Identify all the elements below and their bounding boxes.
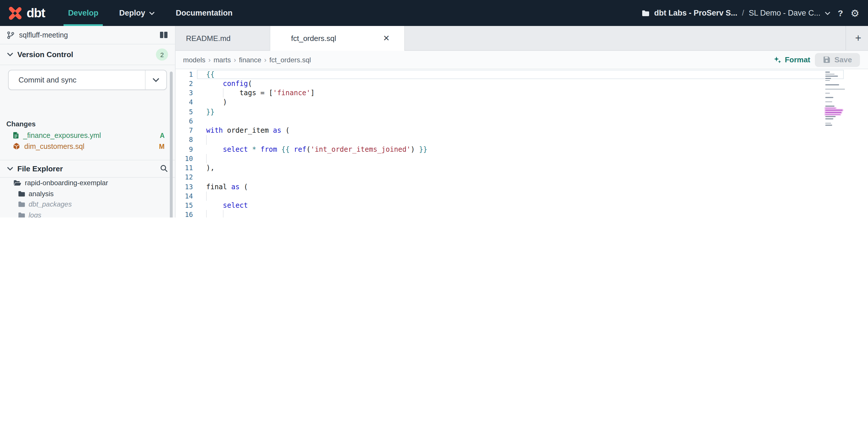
line-number: 1 — [175, 69, 193, 79]
tree-item-dbt_packages[interactable]: dbt_packages — [0, 199, 175, 210]
account-name: dbt Labs - ProServ S... — [654, 9, 737, 17]
nav-item-documentation[interactable]: Documentation — [176, 0, 233, 26]
dbt-logo-icon — [7, 5, 23, 21]
line-number: 3 — [175, 88, 193, 98]
changes-list: _finance_exposures.ymlAdim_customers.sql… — [0, 130, 175, 152]
commit-and-sync-label: Commit and sync — [9, 75, 145, 84]
file-explorer-title: File Explorer — [17, 164, 156, 173]
nav-item-develop[interactable]: Develop — [68, 0, 98, 26]
save-button[interactable]: Save — [815, 53, 860, 67]
line-number: 12 — [175, 173, 193, 182]
code-line-12: 12 — [175, 173, 868, 182]
tab-fct_orders.sql[interactable]: fct_orders.sql✕ — [270, 26, 405, 51]
tree-item-analysis[interactable]: analysis — [0, 188, 175, 199]
line-number: 10 — [175, 154, 193, 164]
version-control-header[interactable]: Version Control 2 — [0, 44, 175, 65]
sparkles-icon — [773, 56, 781, 64]
gear-icon[interactable]: ⚙ — [851, 7, 860, 19]
folder-icon — [18, 190, 25, 197]
git-status-letter: M — [159, 143, 164, 150]
breadcrumb-segment[interactable]: marts — [213, 56, 231, 64]
code-line-10: 10 — [175, 154, 868, 164]
tab-README.md[interactable]: README.md — [175, 26, 264, 50]
main-menu: DevelopDeployDocumentation — [68, 0, 233, 26]
line-number: 15 — [175, 201, 193, 210]
docs-book-icon[interactable] — [159, 31, 168, 39]
changed-file[interactable]: dim_customers.sqlM — [0, 141, 175, 152]
chevron-down-icon — [149, 11, 155, 15]
code-editor[interactable]: 1{{2 config(3 tags = ['finance']4 )5}}67… — [175, 69, 868, 218]
floppy-icon — [823, 56, 831, 63]
chevron-down-icon — [7, 53, 13, 57]
line-number: 8 — [175, 135, 193, 145]
code-line-11: 11), — [175, 163, 868, 173]
line-number: 11 — [175, 163, 193, 173]
git-status-letter: A — [160, 132, 164, 139]
changed-file[interactable]: _finance_exposures.ymlA — [0, 130, 175, 141]
changes-label: Changes — [6, 120, 35, 128]
file-tree-scrollbar[interactable] — [170, 71, 173, 218]
code-line-14: 14 — [175, 192, 868, 201]
line-number: 7 — [175, 126, 193, 135]
breadcrumb-segment[interactable]: fct_orders.sql — [270, 56, 311, 64]
file-explorer-header[interactable]: File Explorer — [0, 160, 175, 178]
breadcrumb-segment[interactable]: finance — [239, 56, 261, 64]
close-tab-icon[interactable]: ✕ — [381, 33, 392, 43]
code-line-3: 3 tags = ['finance'] — [175, 88, 868, 98]
editor-tab-strip: + README.mdfct_orders.sql✕ — [175, 26, 868, 51]
tree-item-rapid-onboarding-exemplar[interactable]: rapid-onboarding-exemplar — [0, 178, 175, 188]
dbt-logo[interactable]: dbt — [7, 5, 45, 21]
folder-icon — [641, 9, 649, 16]
new-tab-button[interactable]: + — [852, 32, 865, 44]
code-line-5: 5}} — [175, 107, 868, 116]
code-line-4: 4 ) — [175, 98, 868, 107]
editor-breadcrumb-row: models›marts›finance›fct_orders.sql Form… — [175, 51, 868, 69]
code-line-7: 7with order_item as ( — [175, 126, 868, 135]
code-line-6: 6 — [175, 116, 868, 126]
git-branch-icon — [7, 31, 14, 39]
folder-icon — [18, 212, 25, 218]
code-line-13: 13final as ( — [175, 182, 868, 192]
top-nav-right: dbt Labs - ProServ S... / SL Demo - Dave… — [641, 7, 859, 19]
code-line-1: 1{{ — [175, 69, 868, 79]
nav-item-deploy[interactable]: Deploy — [119, 0, 155, 26]
chevron-down-icon — [825, 11, 830, 15]
branch-row[interactable]: sqlfluff-meeting — [0, 26, 175, 44]
dbt-cloud-ide: dbt DevelopDeployDocumentation dbt Labs … — [0, 0, 868, 218]
code-line-15: 15 select — [175, 201, 868, 210]
search-icon[interactable] — [160, 164, 168, 172]
breadcrumb-segment[interactable]: models — [183, 56, 205, 64]
file-tree: rapid-onboarding-exemplaranalysisdbt_pac… — [0, 178, 175, 218]
code-line-2: 2 config( — [175, 79, 868, 89]
line-number: 6 — [175, 116, 193, 126]
folder-icon — [18, 201, 25, 208]
breadcrumb: models›marts›finance›fct_orders.sql — [175, 56, 311, 64]
line-number: 4 — [175, 98, 193, 107]
version-control-title: Version Control — [17, 50, 152, 59]
save-label: Save — [835, 55, 852, 64]
tree-item-logs[interactable]: logs — [0, 210, 175, 218]
line-number: 14 — [175, 192, 193, 201]
line-number: 16 — [175, 210, 193, 218]
branch-name: sqlfluff-meeting — [19, 31, 155, 39]
help-icon[interactable]: ? — [838, 8, 843, 18]
line-number: 13 — [175, 182, 193, 192]
format-label: Format — [785, 55, 810, 64]
changes-count-badge: 2 — [156, 48, 168, 61]
chevron-down-icon — [7, 166, 13, 170]
project-name: SL Demo - Dave C... — [749, 9, 820, 17]
dbt-logo-text: dbt — [27, 5, 45, 21]
top-nav: dbt DevelopDeployDocumentation dbt Labs … — [0, 0, 868, 26]
minimap[interactable] — [825, 71, 848, 135]
format-button[interactable]: Format — [773, 55, 810, 64]
commit-options-chevron[interactable] — [145, 70, 166, 90]
project-breadcrumb[interactable]: dbt Labs - ProServ S... / SL Demo - Dave… — [641, 9, 830, 17]
line-number: 2 — [175, 79, 193, 89]
model-file-icon — [13, 142, 20, 150]
yml-file-icon — [13, 132, 19, 139]
folder-icon — [13, 180, 21, 187]
breadcrumb-separator: / — [742, 9, 744, 17]
code-line-8: 8 — [175, 135, 868, 145]
code-line-16: 16 — [175, 210, 868, 218]
commit-and-sync-button[interactable]: Commit and sync — [8, 70, 167, 90]
